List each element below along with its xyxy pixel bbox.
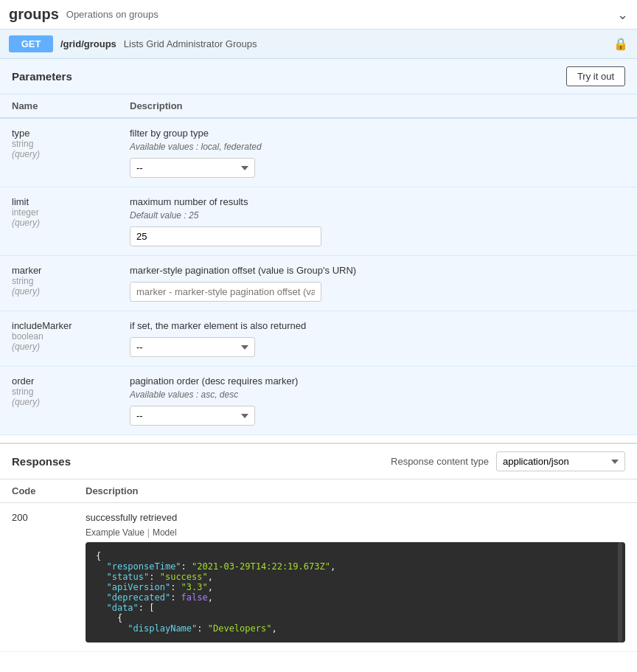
- try-it-out-button[interactable]: Try it out: [566, 66, 625, 86]
- param-input-marker[interactable]: [130, 282, 321, 302]
- header-subtitle: Operations on groups: [66, 9, 159, 20]
- response-row: 200 successfully retrieved Example Value…: [0, 503, 637, 652]
- param-type: string: [12, 276, 106, 286]
- param-name: order: [12, 375, 106, 387]
- param-available-values: Available values : asc, desc: [130, 389, 625, 400]
- responses-table: Code Description 200 successfully retrie…: [0, 479, 637, 652]
- code-sample: { "responseTime": "2021-03-29T14:22:19.6…: [86, 542, 625, 642]
- responses-col-code: Code: [0, 479, 74, 503]
- param-select-includeMarker[interactable]: --truefalse: [130, 337, 255, 357]
- param-row: marker string (query)marker-style pagina…: [0, 256, 637, 311]
- param-input-wrap: --truefalse: [130, 337, 625, 357]
- col-header-name: Name: [0, 94, 118, 118]
- param-description: pagination order (desc requires marker): [130, 375, 625, 387]
- response-content-type-select[interactable]: application/json: [496, 451, 625, 471]
- response-code: 200: [12, 512, 62, 523]
- param-row: includeMarker boolean (query)if set, the…: [0, 311, 637, 367]
- param-type: integer: [12, 207, 106, 218]
- param-description: filter by group type: [130, 128, 625, 139]
- responses-col-description: Description: [74, 479, 637, 503]
- param-input-wrap: --localfederated: [130, 158, 625, 178]
- param-name: type: [12, 128, 106, 139]
- method-badge: GET: [9, 35, 53, 52]
- param-select-order[interactable]: --ascdesc: [130, 406, 255, 426]
- param-location: (query): [12, 397, 106, 407]
- responses-title: Responses: [12, 455, 71, 468]
- param-type: boolean: [12, 331, 106, 342]
- param-default-value: Default value : 25: [130, 210, 625, 221]
- chevron-down-icon[interactable]: ⌄: [617, 7, 628, 23]
- param-name: limit: [12, 196, 106, 207]
- responses-header: Responses Response content type applicat…: [0, 444, 637, 479]
- responses-section: Responses Response content type applicat…: [0, 443, 637, 652]
- param-input-wrap: --ascdesc: [130, 406, 625, 426]
- lock-icon: 🔒: [613, 37, 628, 51]
- param-row: order string (query)pagination order (de…: [0, 367, 637, 435]
- endpoint-path: /grid/groups: [60, 38, 116, 49]
- param-row: type string (query)filter by group typeA…: [0, 118, 637, 187]
- param-input-wrap: [130, 282, 625, 302]
- parameters-header: Parameters Try it out: [0, 59, 637, 94]
- param-type: string: [12, 139, 106, 149]
- param-location: (query): [12, 286, 106, 297]
- param-description: if set, the marker element is also retur…: [130, 320, 625, 331]
- param-description: maximum number of results: [130, 196, 625, 207]
- example-value-label: Example Value|Model: [86, 527, 625, 538]
- param-name: marker: [12, 265, 106, 276]
- response-description: successfully retrieved: [86, 512, 625, 523]
- param-input-limit[interactable]: [130, 226, 321, 246]
- param-available-values: Available values : local, federated: [130, 142, 625, 152]
- param-row: limit integer (query)maximum number of r…: [0, 187, 637, 256]
- param-location: (query): [12, 149, 106, 159]
- param-description: marker-style pagination offset (value is…: [130, 265, 625, 276]
- response-content-type-wrap: Response content type application/json: [391, 451, 625, 471]
- header-bar: groups Operations on groups ⌄: [0, 0, 637, 30]
- endpoint-bar: GET /grid/groups Lists Grid Administrato…: [0, 30, 637, 59]
- header-title: groups: [9, 6, 59, 23]
- response-content-type-label: Response content type: [391, 456, 489, 467]
- param-input-wrap: [130, 226, 625, 246]
- separator: |: [147, 527, 150, 538]
- endpoint-description: Lists Grid Administrator Groups: [124, 38, 257, 49]
- parameters-table: Name Description type string (query)filt…: [0, 94, 637, 435]
- param-select-type[interactable]: --localfederated: [130, 158, 255, 178]
- col-header-description: Description: [118, 94, 637, 118]
- parameters-title: Parameters: [12, 70, 72, 83]
- param-type: string: [12, 387, 106, 397]
- param-name: includeMarker: [12, 320, 106, 331]
- main-content: Parameters Try it out Name Description t…: [0, 59, 637, 435]
- param-location: (query): [12, 218, 106, 228]
- param-location: (query): [12, 342, 106, 352]
- header-left: groups Operations on groups: [9, 6, 159, 23]
